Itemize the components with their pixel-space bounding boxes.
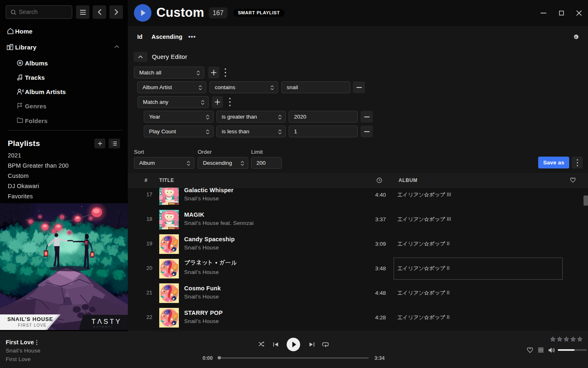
svg-text:II: II [447, 241, 450, 247]
svg-text:TΛSTY: TΛSTY [91, 318, 122, 325]
svg-text:II: II [447, 290, 450, 296]
svg-text:II: II [447, 265, 450, 271]
svg-text:II: II [447, 314, 450, 320]
svg-text:SNAIL’S HOUSE: SNAIL’S HOUSE [7, 316, 53, 322]
svg-text:III: III [447, 192, 451, 197]
svg-text:BSTMMXI: BSTMMXI [94, 325, 113, 328]
svg-text:III: III [447, 216, 451, 222]
svg-text:FIRST LOVE: FIRST LOVE [18, 323, 47, 328]
